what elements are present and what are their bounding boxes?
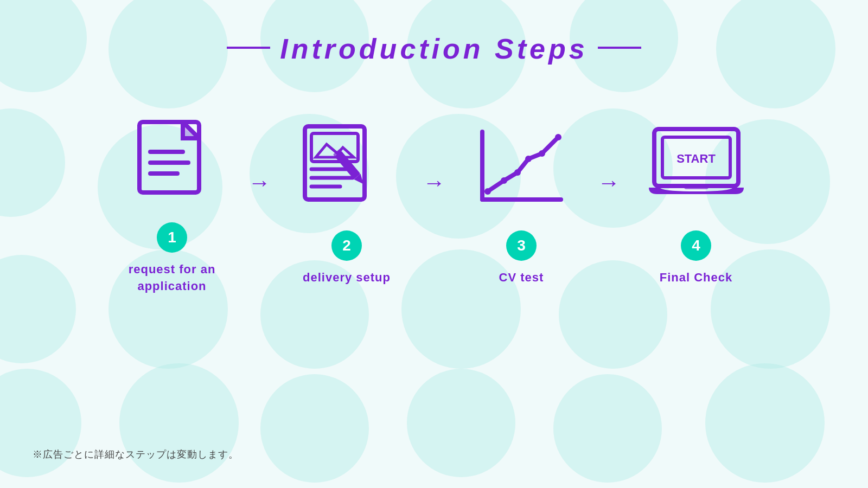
svg-point-18 <box>539 150 545 157</box>
svg-text:START: START <box>676 152 716 165</box>
svg-point-16 <box>514 169 521 176</box>
step-2: 2 delivery setup <box>276 122 417 286</box>
title-line-right <box>598 47 641 49</box>
step-4: START 4 Final Check <box>626 122 767 286</box>
svg-point-17 <box>525 156 532 162</box>
step-1-label: request for anapplication <box>129 261 216 295</box>
arrow-3: → <box>597 170 620 196</box>
step-4-number: 4 <box>681 230 711 261</box>
step-4-label: Final Check <box>660 269 732 286</box>
arrow-1: → <box>248 170 271 196</box>
svg-point-15 <box>501 177 507 184</box>
svg-point-19 <box>555 134 561 140</box>
svg-rect-23 <box>684 185 709 189</box>
steps-container: 1 request for anapplication → <box>101 114 767 295</box>
arrow-2: → <box>423 170 445 196</box>
step-3-icon <box>473 122 570 214</box>
step-1-icon <box>123 114 221 206</box>
step-4-icon: START <box>647 122 745 214</box>
svg-point-14 <box>484 188 491 195</box>
title-text: Introduction Steps <box>280 33 588 65</box>
step-3-label: CV test <box>499 269 544 286</box>
step-2-icon <box>298 122 395 214</box>
page-content: Introduction Steps <box>0 0 868 488</box>
step-1: 1 request for anapplication <box>101 114 242 295</box>
step-3-number: 3 <box>506 230 537 261</box>
page-title: Introduction Steps <box>227 33 641 65</box>
step-2-number: 2 <box>331 230 362 261</box>
step-3: 3 CV test <box>451 122 592 286</box>
title-line-left <box>227 47 270 49</box>
step-2-label: delivery setup <box>303 269 391 286</box>
step-1-number: 1 <box>157 222 187 253</box>
